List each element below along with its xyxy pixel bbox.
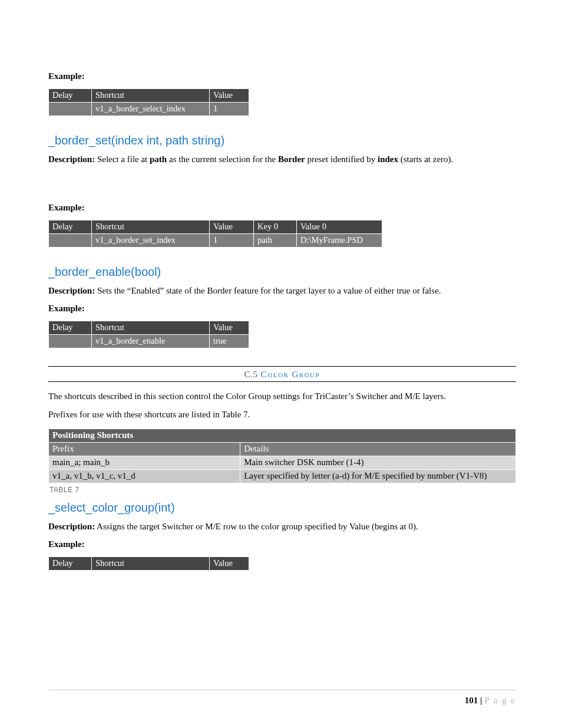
page-footer: 101 | P a g e bbox=[465, 696, 516, 706]
td-shortcut: v1_a_border_enable bbox=[92, 334, 210, 348]
positioning-shortcuts-table: Positioning Shortcuts Prefix Details mai… bbox=[48, 429, 516, 483]
description-border-enable: Description: Sets the “Enabled” state of… bbox=[48, 285, 516, 298]
th-prefix: Prefix bbox=[49, 443, 240, 456]
desc-border: Border bbox=[278, 154, 305, 164]
footer-sep: | bbox=[478, 696, 484, 705]
section-title: Color Group bbox=[258, 370, 320, 379]
desc-text: preset identified by bbox=[305, 154, 378, 164]
table-title: Positioning Shortcuts bbox=[49, 429, 516, 443]
td-shortcut: v1_a_border_select_index bbox=[92, 103, 210, 116]
th-value: Value bbox=[210, 321, 249, 334]
document-page: Example: Delay Shortcut Value v1_a_borde… bbox=[0, 0, 562, 728]
desc-label: Description: bbox=[48, 154, 95, 164]
td-key0: path bbox=[254, 233, 297, 247]
description-select-color-group: Description: Assigns the target Switcher… bbox=[48, 521, 516, 533]
td-shortcut: v1_a_border_set_index bbox=[92, 233, 210, 247]
desc-path: path bbox=[150, 154, 167, 164]
function-heading-border-set: _border_set(index int, path string) bbox=[48, 134, 516, 147]
example-table-4: Delay Shortcut Value bbox=[48, 556, 249, 571]
description-border-set: Description: Select a file at path as th… bbox=[48, 153, 516, 166]
paragraph: Prefixes for use with these shortcuts ar… bbox=[48, 409, 516, 421]
example-label: Example: bbox=[48, 304, 516, 314]
footer-rule bbox=[48, 690, 516, 690]
th-delay: Delay bbox=[49, 220, 92, 233]
example-label: Example: bbox=[48, 71, 516, 81]
th-delay: Delay bbox=[49, 321, 92, 334]
th-value: Value bbox=[210, 89, 249, 103]
td-details: Layer specified by letter (a-d) for M/E … bbox=[240, 470, 516, 483]
table-caption: TABLE 7 bbox=[49, 486, 516, 494]
page-number: 101 bbox=[465, 696, 478, 705]
example-label: Example: bbox=[48, 203, 516, 213]
th-details: Details bbox=[240, 443, 516, 456]
td-value0: D:\MyFrame.PSD bbox=[297, 233, 382, 247]
desc-text: Sets the “Enabled” state of the Border f… bbox=[95, 286, 441, 295]
td-details: Main switcher DSK number (1-4) bbox=[240, 456, 516, 470]
desc-label: Description: bbox=[48, 522, 95, 531]
th-delay: Delay bbox=[49, 89, 92, 103]
example-table-3: Delay Shortcut Value v1_a_border_enable … bbox=[48, 321, 249, 348]
example-table-1: Delay Shortcut Value v1_a_border_select_… bbox=[48, 88, 249, 116]
example-table-2: Delay Shortcut Value Key 0 Value 0 v1_a_… bbox=[48, 220, 382, 248]
td-prefix: v1_a, v1_b, v1_c, v1_d bbox=[49, 470, 240, 483]
th-delay: Delay bbox=[49, 556, 92, 570]
th-value0: Value 0 bbox=[297, 220, 382, 233]
th-shortcut: Shortcut bbox=[92, 220, 210, 233]
th-shortcut: Shortcut bbox=[92, 321, 210, 334]
paragraph: The shortcuts described in this section … bbox=[48, 390, 516, 403]
td-value: 1 bbox=[210, 233, 254, 247]
desc-text: Select a file at bbox=[95, 154, 150, 164]
td-value: 1 bbox=[210, 103, 249, 116]
page-word: P a g e bbox=[484, 696, 516, 705]
td-delay bbox=[49, 233, 92, 247]
th-shortcut: Shortcut bbox=[92, 89, 210, 103]
desc-text: as the current selection for the bbox=[167, 154, 278, 164]
th-shortcut: Shortcut bbox=[92, 556, 210, 570]
td-delay bbox=[49, 334, 92, 348]
desc-text: Assigns the target Switcher or M/E row t… bbox=[95, 522, 418, 531]
td-value: true bbox=[210, 334, 249, 348]
desc-index: index bbox=[378, 154, 398, 164]
td-delay bbox=[49, 103, 92, 116]
example-label: Example: bbox=[48, 539, 516, 549]
function-heading-select-color-group: _select_color_group(int) bbox=[48, 501, 516, 515]
th-value: Value bbox=[210, 556, 249, 570]
section-header-bar: C.5 Color Group bbox=[48, 366, 516, 382]
function-heading-border-enable: _border_enable(bool) bbox=[48, 265, 516, 279]
desc-text: (starts at zero). bbox=[398, 154, 453, 164]
td-prefix: main_a; main_b bbox=[49, 456, 240, 470]
section-number: C.5 bbox=[244, 370, 258, 379]
th-key0: Key 0 bbox=[254, 220, 297, 233]
desc-label: Description: bbox=[48, 286, 95, 295]
th-value: Value bbox=[210, 220, 254, 233]
